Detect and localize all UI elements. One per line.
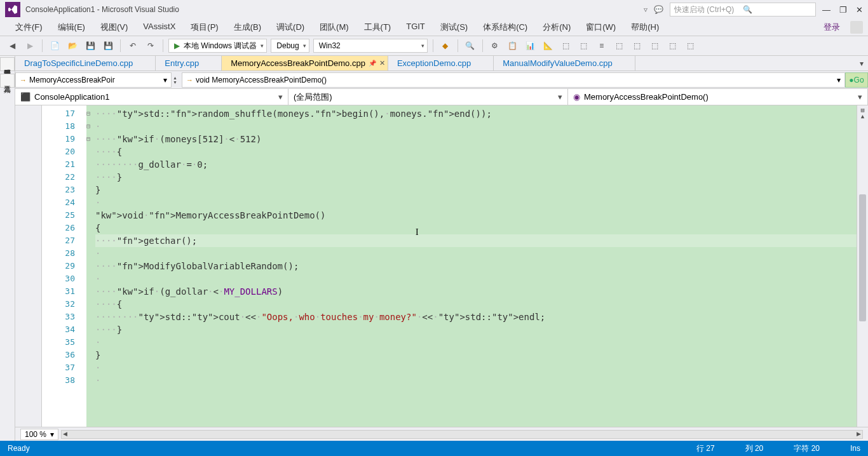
tab-2[interactable]: MemoryAccessBreakPointDemo.cpp📌✕ (222, 56, 388, 70)
breakpoint-margin[interactable] (15, 105, 42, 427)
nav-member-dropdown[interactable]: → void MemoryAccessBreakPointDemo() ▾ (182, 72, 845, 88)
menu-2[interactable]: 视图(V) (93, 19, 135, 36)
menu-14[interactable]: 帮助(H) (623, 19, 667, 36)
status-ins: Ins (850, 444, 860, 453)
menu-10[interactable]: 测试(S) (433, 19, 475, 36)
scroll-up-button[interactable]: ▲ (857, 113, 868, 119)
undo-button[interactable]: ↶ (126, 39, 140, 53)
navigation-bar: → MemoryAccessBreakPoir ▾ ▲ ▼ → void Mem… (15, 71, 868, 89)
nav-scope-label: MemoryAccessBreakPoir (29, 76, 161, 84)
menu-5[interactable]: 生成(B) (226, 19, 269, 36)
tool-btn-12[interactable]: ⬚ (684, 39, 698, 53)
pin-icon[interactable]: 📌 (369, 60, 376, 67)
nav-fwd-button[interactable]: ▶ (23, 39, 37, 53)
notification-area: ▿ 💬 (644, 5, 663, 14)
close-button[interactable]: ✕ (856, 5, 863, 15)
find-button[interactable]: 🔍 (463, 39, 477, 53)
vs-logo-icon (5, 2, 20, 17)
menu-12[interactable]: 分析(N) (535, 19, 578, 36)
menu-9[interactable]: TGIT (398, 19, 433, 36)
sidebar-server-explorer[interactable]: 服务器资源管理器 (0, 57, 15, 71)
toolbar: ◀ ▶ 📄 📂 💾 💾 ↶ ↷ ▶ 本地 Windows 调试器 ▾ Debug… (0, 36, 868, 56)
menu-6[interactable]: 调试(D) (269, 19, 312, 36)
titlebar: ConsoleApplication1 - Microsoft Visual S… (0, 0, 868, 19)
open-button[interactable]: 📂 (65, 39, 79, 53)
menu-11[interactable]: 体系结构(C) (475, 19, 535, 36)
nav-scope-dropdown[interactable]: → MemoryAccessBreakPoir ▾ (15, 72, 172, 88)
toolbox-btn[interactable]: ◆ (438, 39, 452, 53)
new-project-button[interactable]: 📄 (48, 39, 62, 53)
code-editor[interactable]: 1718192021222324252627282930313233343536… (15, 105, 868, 427)
tab-overflow-button[interactable]: ▾ (855, 56, 868, 70)
restore-button[interactable]: ❐ (839, 5, 847, 15)
signin-link[interactable]: 登录 (817, 19, 846, 36)
chevron-down-icon: ▾ (837, 76, 841, 84)
sidebar: 服务器资源管理器 工具箱 (0, 56, 15, 441)
scroll-right-button[interactable]: ▶ (857, 431, 861, 437)
user-icon[interactable] (850, 21, 863, 34)
chevron-down-icon: ▾ (303, 43, 306, 49)
tab-0[interactable]: DragToSpecificLineDemo.cpp (15, 56, 156, 70)
menu-1[interactable]: 编辑(E) (50, 19, 93, 36)
status-char: 字符 20 (794, 443, 820, 454)
go-button[interactable]: ●Go (845, 72, 868, 88)
config-label: Debug (276, 41, 299, 50)
nav-down-button[interactable]: ▼ (173, 80, 180, 84)
quick-launch-placeholder: 快速启动 (Ctrl+Q) (674, 4, 743, 15)
menu-8[interactable]: 工具(T) (356, 19, 399, 36)
statusbar: Ready 行 27 列 20 字符 20 Ins (0, 441, 868, 456)
menu-13[interactable]: 窗口(W) (578, 19, 623, 36)
tab-3[interactable]: ExceptionDemo.cpp (388, 56, 494, 70)
scope-dropdown[interactable]: (全局范围) ▾ (288, 89, 568, 105)
config-dropdown[interactable]: Debug ▾ (271, 39, 309, 53)
play-icon: ▶ (174, 41, 180, 50)
line-number-gutter: 1718192021222324252627282930313233343536… (42, 105, 86, 427)
tool-btn-7[interactable]: ≡ (595, 39, 609, 53)
split-button[interactable]: ▤ (857, 107, 868, 113)
chevron-down-icon: ▾ (50, 430, 54, 439)
flag-icon[interactable]: ▿ (644, 5, 648, 14)
vertical-scrollbar[interactable]: ▤ ▲ (857, 105, 868, 427)
menu-3[interactable]: VAssistX (135, 19, 183, 36)
tool-btn-9[interactable]: ⬚ (630, 39, 644, 53)
scrollbar-thumb[interactable] (859, 194, 866, 321)
text-cursor: I (416, 227, 416, 238)
zoom-dropdown[interactable]: 100 % ▾ (20, 429, 58, 440)
project-dropdown[interactable]: ⬛ ConsoleApplication1 ▾ (15, 89, 288, 105)
save-all-button[interactable]: 💾 (101, 39, 115, 53)
minimize-button[interactable]: — (822, 5, 831, 15)
tool-btn-8[interactable]: ⬚ (613, 39, 627, 53)
quick-launch-input[interactable]: 快速启动 (Ctrl+Q) 🔍 (670, 3, 816, 17)
tool-btn-2[interactable]: 📋 (506, 39, 520, 53)
chevron-down-icon: ▾ (858, 92, 862, 102)
tool-btn-10[interactable]: ⬚ (648, 39, 662, 53)
nav-up-button[interactable]: ▲ (173, 76, 180, 80)
fold-column[interactable]: ⊟⊟⊟ (86, 105, 95, 427)
tool-btn-3[interactable]: 📊 (524, 39, 538, 53)
chevron-down-icon: ▾ (421, 43, 424, 49)
function-dropdown[interactable]: ◉ MemoryAccessBreakPointDemo() ▾ (568, 89, 868, 105)
project-label: ConsoleApplication1 (34, 92, 110, 102)
document-tabs: DragToSpecificLineDemo.cppEntry.cppMemor… (15, 56, 868, 71)
sidebar-toolbox[interactable]: 工具箱 (0, 74, 15, 88)
tab-1[interactable]: Entry.cpp (156, 56, 222, 70)
menu-0[interactable]: 文件(F) (8, 19, 50, 36)
horizontal-scrollbar[interactable]: ◀ ▶ (61, 430, 863, 439)
scroll-left-button[interactable]: ◀ (63, 431, 67, 437)
redo-button[interactable]: ↷ (144, 39, 158, 53)
tool-btn-1[interactable]: ⚙ (488, 39, 502, 53)
menu-7[interactable]: 团队(M) (312, 19, 356, 36)
tool-btn-4[interactable]: 📐 (541, 39, 555, 53)
platform-dropdown[interactable]: Win32 ▾ (313, 39, 428, 53)
start-debugging-button[interactable]: ▶ 本地 Windows 调试器 ▾ (168, 39, 267, 53)
code-area[interactable]: ····"ty">std::"fn">random_shuffle(moneys… (95, 105, 857, 427)
nav-back-button[interactable]: ◀ (5, 39, 19, 53)
close-tab-button[interactable]: ✕ (379, 59, 385, 67)
tab-4[interactable]: ManualModifyValueDemo.cpp (494, 56, 635, 70)
tool-btn-5[interactable]: ⬚ (559, 39, 573, 53)
tool-btn-11[interactable]: ⬚ (666, 39, 680, 53)
tool-btn-6[interactable]: ⬚ (577, 39, 591, 53)
menu-4[interactable]: 项目(P) (183, 19, 226, 36)
feedback-icon[interactable]: 💬 (654, 5, 663, 14)
save-button[interactable]: 💾 (83, 39, 97, 53)
